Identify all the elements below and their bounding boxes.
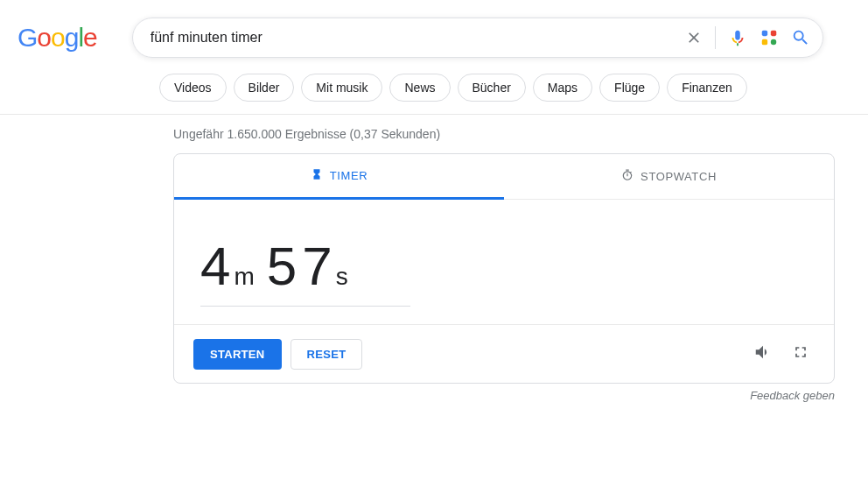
logo-char: g xyxy=(65,23,79,53)
chip-fluege[interactable]: Flüge xyxy=(599,74,660,102)
timer-underline xyxy=(200,306,410,307)
widget-footer: STARTEN RESET xyxy=(174,324,834,383)
chip-bilder[interactable]: Bilder xyxy=(234,74,295,102)
svg-rect-2 xyxy=(762,39,767,45)
result-stats: Ungefähr 1.650.000 Ergebnisse (0,37 Seku… xyxy=(0,115,868,153)
sound-icon[interactable] xyxy=(748,337,778,370)
search-tools xyxy=(685,26,810,49)
svg-point-3 xyxy=(771,39,776,45)
logo-char: o xyxy=(37,23,51,53)
svg-rect-0 xyxy=(762,31,767,36)
tab-timer-label: TIMER xyxy=(330,169,368,182)
clear-icon[interactable] xyxy=(685,29,703,46)
google-logo[interactable]: G o o g l e xyxy=(18,23,97,53)
timer-minutes: 4 xyxy=(200,235,235,297)
search-input[interactable] xyxy=(150,30,685,46)
start-button[interactable]: STARTEN xyxy=(193,339,282,370)
timer-minutes-unit: m xyxy=(234,263,254,291)
search-icon[interactable] xyxy=(791,28,810,47)
divider xyxy=(715,26,716,49)
timer-body: 4 m 57 s xyxy=(174,200,834,324)
chip-videos[interactable]: Videos xyxy=(159,74,227,102)
logo-char: o xyxy=(51,23,65,53)
chip-maps[interactable]: Maps xyxy=(533,74,592,102)
logo-char: G xyxy=(18,23,37,53)
feedback-link[interactable]: Feedback geben xyxy=(173,384,835,402)
filter-chips: Videos Bilder Mit musik News Bücher Maps… xyxy=(0,67,868,114)
tab-timer[interactable]: TIMER xyxy=(174,154,504,200)
lens-icon[interactable] xyxy=(760,28,779,47)
chip-buecher[interactable]: Bücher xyxy=(458,74,526,102)
tab-stopwatch[interactable]: STOPWATCH xyxy=(504,154,834,199)
widget-tabs: TIMER STOPWATCH xyxy=(174,154,834,200)
tab-stopwatch-label: STOPWATCH xyxy=(640,170,717,183)
logo-char: e xyxy=(83,23,97,53)
chip-news[interactable]: News xyxy=(389,74,450,102)
reset-button[interactable]: RESET xyxy=(290,339,363,370)
chip-mit-musik[interactable]: Mit musik xyxy=(301,74,382,102)
timer-seconds: 57 xyxy=(267,235,338,297)
timer-display[interactable]: 4 m 57 s xyxy=(200,235,808,297)
search-bar[interactable] xyxy=(132,18,823,58)
header: G o o g l e xyxy=(0,0,868,67)
fullscreen-icon[interactable] xyxy=(787,338,815,370)
timer-seconds-unit: s xyxy=(336,263,348,291)
stopwatch-icon xyxy=(621,169,634,184)
voice-search-icon[interactable] xyxy=(728,28,747,47)
chip-finanzen[interactable]: Finanzen xyxy=(667,74,747,102)
timer-widget: TIMER STOPWATCH 4 m 57 s STARTEN RESET xyxy=(173,153,835,384)
hourglass-icon xyxy=(311,168,323,183)
svg-rect-1 xyxy=(771,31,776,36)
